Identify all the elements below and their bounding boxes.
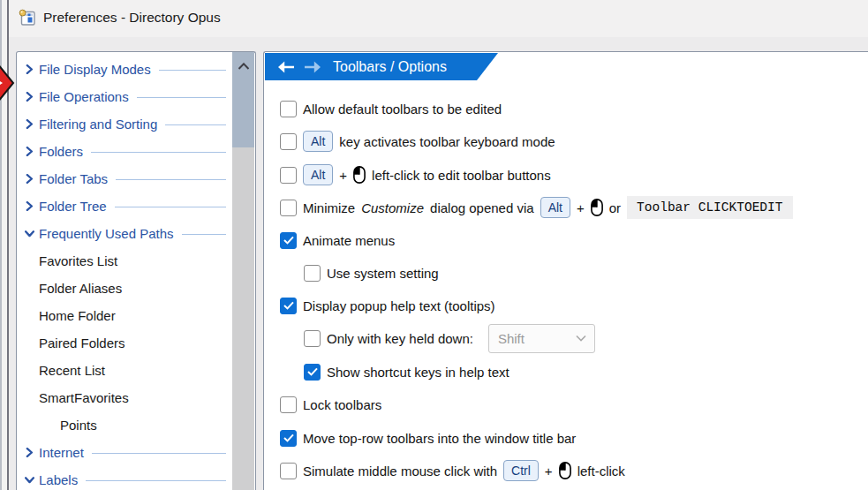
sidebar-item-home-folder[interactable]: Home Folder bbox=[17, 302, 231, 329]
chevron-right-icon bbox=[24, 119, 34, 130]
mouse-left-click-icon bbox=[353, 166, 366, 184]
window-title: Preferences - Directory Opus bbox=[43, 10, 221, 26]
sidebar-item-label: SmartFavorites bbox=[39, 390, 129, 405]
sidebar-item-label: Favorites List bbox=[39, 253, 117, 268]
checkbox[interactable] bbox=[280, 200, 297, 216]
option-label[interactable]: dialog opened via bbox=[430, 200, 534, 215]
chevron-down-icon bbox=[24, 475, 34, 486]
option-label[interactable]: Only with key held down: bbox=[327, 331, 473, 346]
command-snippet: Toolbar CLICKTOEDIT bbox=[627, 196, 793, 219]
sidebar-item-label: Internet bbox=[39, 445, 84, 460]
sidebar-item-favorites-list[interactable]: Favorites List bbox=[17, 247, 231, 275]
chevron-down-icon bbox=[24, 229, 34, 239]
option-label[interactable]: Use system setting bbox=[327, 266, 439, 281]
option-label[interactable]: Allow default toolbars to be edited bbox=[303, 102, 502, 117]
checkbox[interactable] bbox=[304, 364, 321, 381]
sidebar-item-label: File Operations bbox=[39, 89, 129, 104]
key-badge-alt: Alt bbox=[540, 197, 570, 218]
option-row: Display popup help text (tooltips) bbox=[280, 296, 495, 315]
option-label[interactable]: left-click bbox=[577, 464, 625, 479]
checkbox[interactable] bbox=[280, 101, 297, 117]
chevron-right-icon bbox=[24, 92, 34, 102]
chevron-right-icon bbox=[24, 174, 34, 185]
option-label[interactable]: Display popup help text (tooltips) bbox=[303, 298, 495, 313]
sidebar-item-filtering-and-sorting[interactable]: Filtering and Sorting bbox=[17, 110, 231, 138]
checkbox[interactable] bbox=[280, 133, 297, 150]
chevron-right-icon bbox=[24, 448, 34, 458]
back-arrow-icon[interactable] bbox=[277, 61, 295, 73]
sidebar-item-label: Folder Tabs bbox=[39, 171, 108, 186]
mouse-left-click-icon bbox=[591, 199, 603, 216]
key-badge-alt: Alt bbox=[303, 164, 333, 185]
divider-line bbox=[159, 70, 226, 71]
checkbox[interactable] bbox=[280, 167, 297, 184]
sidebar-item-frequently-used-paths[interactable]: Frequently Used Paths bbox=[17, 220, 231, 247]
key-badge-alt: Alt bbox=[303, 131, 333, 152]
sidebar-item-label: Points bbox=[60, 418, 97, 433]
option-label[interactable]: Move top-row toolbars into the window ti… bbox=[303, 431, 576, 446]
checkbox[interactable] bbox=[280, 232, 297, 249]
sidebar-item-smartfavorites[interactable]: SmartFavorites bbox=[17, 384, 231, 411]
option-row: Use system setting bbox=[304, 263, 439, 283]
option-label[interactable]: left-click to edit toolbar buttons bbox=[372, 168, 551, 183]
checkbox[interactable] bbox=[304, 265, 321, 282]
sidebar-item-folder-tree[interactable]: Folder Tree bbox=[17, 192, 231, 220]
sidebar-item-label: Frequently Used Paths bbox=[39, 226, 174, 241]
option-label[interactable]: Simulate middle mouse click with bbox=[303, 464, 497, 479]
checkbox[interactable] bbox=[280, 396, 297, 413]
sidebar-item-paired-folders[interactable]: Paired Folders bbox=[17, 329, 231, 357]
or-word: or bbox=[609, 200, 621, 215]
forward-arrow-icon[interactable] bbox=[304, 61, 321, 73]
chevron-up-icon[interactable] bbox=[238, 57, 249, 73]
key-badge-ctrl: Ctrl bbox=[503, 460, 539, 481]
sidebar-item-internet[interactable]: Internet bbox=[17, 439, 231, 466]
divider-line bbox=[115, 207, 226, 207]
sidebar-item-label: Paired Folders bbox=[39, 335, 125, 351]
checkbox[interactable] bbox=[280, 430, 297, 447]
option-row: Lock toolbars bbox=[280, 395, 381, 414]
checkbox[interactable] bbox=[280, 463, 297, 479]
sidebar-item-label: Filtering and Sorting bbox=[39, 117, 157, 132]
sidebar-item-recent-list[interactable]: Recent List bbox=[17, 357, 231, 384]
sidebar-item-folder-tabs[interactable]: Folder Tabs bbox=[17, 165, 231, 192]
plus-sign: + bbox=[545, 464, 553, 479]
option-row: Move top-row toolbars into the window ti… bbox=[280, 428, 576, 448]
sidebar-item-label: Labels bbox=[39, 472, 78, 487]
chevron-right-icon bbox=[24, 201, 34, 212]
sidebar-item-folders[interactable]: Folders bbox=[17, 138, 231, 165]
option-row: Allow default toolbars to be edited bbox=[280, 99, 502, 118]
title-bar: Preferences - Directory Opus bbox=[0, 0, 868, 37]
option-row: Only with key held down: Shift bbox=[304, 323, 595, 353]
key-select-dropdown[interactable]: Shift bbox=[488, 324, 595, 353]
option-label[interactable]: Minimize bbox=[303, 200, 355, 215]
page-title: Toolbars / Options bbox=[333, 59, 447, 75]
divider-line bbox=[92, 453, 226, 454]
checkbox[interactable] bbox=[304, 330, 321, 347]
option-row: Simulate middle mouse click with Ctrl + … bbox=[280, 461, 625, 480]
option-label[interactable]: Lock toolbars bbox=[303, 397, 381, 412]
sidebar-item-points[interactable]: Points bbox=[17, 411, 231, 439]
checkbox[interactable] bbox=[280, 298, 297, 314]
chevron-right-icon bbox=[24, 147, 34, 157]
sidebar-item-labels[interactable]: Labels bbox=[17, 466, 231, 490]
divider-line bbox=[182, 234, 226, 235]
sidebar-item-folder-aliases[interactable]: Folder Aliases bbox=[17, 275, 231, 302]
sidebar-item-file-operations[interactable]: File Operations bbox=[17, 83, 231, 110]
sidebar-scrollbar[interactable] bbox=[232, 52, 254, 490]
customize-word: Customize bbox=[361, 200, 424, 215]
divider-line bbox=[86, 480, 226, 481]
option-label[interactable]: key activates toolbar keyboard mode bbox=[339, 134, 555, 149]
sidebar-item-file-display-modes[interactable]: File Display Modes bbox=[17, 56, 231, 83]
page-header-banner: Toolbars / Options bbox=[265, 53, 498, 80]
settings-panel: Toolbars / Options Allow default toolbar… bbox=[263, 51, 868, 490]
option-label[interactable]: Show shortcut keys in help text bbox=[327, 365, 509, 380]
divider-line bbox=[137, 97, 226, 98]
dropdown-chevron-icon bbox=[576, 335, 586, 342]
option-label[interactable]: Animate menus bbox=[303, 233, 395, 248]
option-row: Show shortcut keys in help text bbox=[304, 362, 509, 381]
chevron-right-icon bbox=[24, 64, 34, 75]
mouse-left-click-icon bbox=[559, 462, 571, 479]
divider-line bbox=[91, 152, 226, 153]
tree-list: File Display Modes File Operations Filte… bbox=[17, 56, 231, 490]
scrollbar-thumb[interactable] bbox=[232, 52, 254, 147]
